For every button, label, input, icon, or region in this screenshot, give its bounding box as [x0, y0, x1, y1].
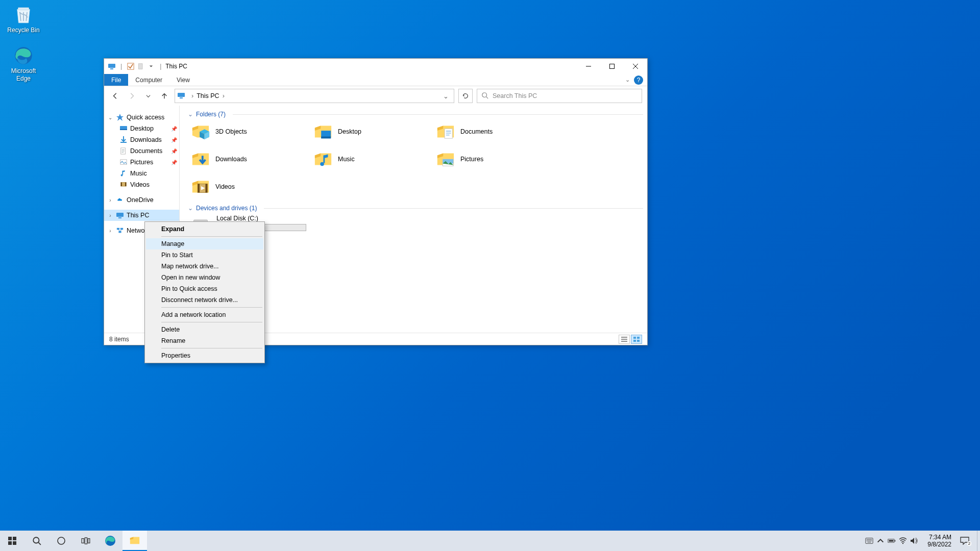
- expand-icon[interactable]: ›: [107, 213, 113, 218]
- ctx-pin-quick-access[interactable]: Pin to Quick access: [146, 283, 263, 294]
- 3d-objects-icon: [191, 122, 210, 141]
- group-header-drives[interactable]: ⌄ Devices and drives (1): [188, 205, 643, 212]
- this-pc-icon: [116, 211, 124, 219]
- desktop[interactable]: Recycle Bin Microsoft Edge |: [0, 0, 980, 551]
- search-input[interactable]: [493, 92, 638, 99]
- tab-view[interactable]: View: [169, 74, 197, 86]
- address-bar[interactable]: › This PC › ⌄: [175, 89, 454, 103]
- cortana-button[interactable]: [49, 531, 74, 551]
- titlebar[interactable]: | | This PC: [104, 59, 647, 74]
- folders-grid: 3D Objects Desktop Documents Downloads: [191, 121, 643, 197]
- context-menu: Expand Manage Pin to Start Map network d…: [144, 221, 265, 363]
- touch-keyboard-icon[interactable]: [865, 537, 873, 545]
- help-button[interactable]: ?: [634, 76, 643, 85]
- search-box[interactable]: [477, 89, 642, 103]
- wifi-icon[interactable]: [899, 537, 907, 545]
- back-button[interactable]: [109, 90, 121, 102]
- volume-icon[interactable]: [910, 537, 918, 545]
- ctx-disconnect-drive[interactable]: Disconnect network drive...: [146, 294, 263, 306]
- qat-dropdown-icon[interactable]: [146, 62, 156, 71]
- forward-button[interactable]: [126, 90, 138, 102]
- folder-documents[interactable]: Documents: [436, 121, 558, 142]
- nav-documents[interactable]: Documents 📌: [104, 145, 179, 157]
- network-icon: [116, 227, 124, 235]
- onedrive-icon: [116, 196, 124, 204]
- close-button[interactable]: [624, 59, 647, 74]
- svg-rect-39: [8, 537, 12, 540]
- folder-music[interactable]: Music: [313, 148, 436, 170]
- battery-icon[interactable]: [888, 537, 896, 545]
- tray-chevron-icon[interactable]: [876, 537, 885, 545]
- folder-videos[interactable]: Videos: [191, 176, 313, 197]
- properties-icon[interactable]: [136, 62, 145, 71]
- clock-date: 9/8/2022: [927, 541, 951, 548]
- svg-rect-41: [8, 541, 12, 545]
- chevron-down-icon: ⌄: [188, 205, 193, 212]
- chevron-right-icon[interactable]: ›: [220, 92, 227, 99]
- minimize-button[interactable]: [577, 59, 600, 74]
- separator: [161, 307, 262, 308]
- group-header-folders[interactable]: ⌄ Folders (7): [188, 111, 643, 118]
- pin-icon: 📌: [171, 148, 177, 154]
- navigation-bar: › This PC › ⌄: [104, 86, 647, 106]
- maximize-button[interactable]: [600, 59, 624, 74]
- address-dropdown-icon[interactable]: ⌄: [440, 92, 452, 100]
- pin-icon: 📌: [171, 126, 177, 132]
- search-button[interactable]: [24, 531, 49, 551]
- nav-pictures[interactable]: Pictures 📌: [104, 157, 179, 168]
- ctx-expand[interactable]: Expand: [146, 223, 263, 235]
- task-view-button[interactable]: [74, 531, 98, 551]
- desktop-icon-label: Microsoft Edge: [4, 67, 43, 82]
- ctx-manage[interactable]: Manage: [146, 238, 263, 249]
- nav-onedrive[interactable]: › OneDrive: [104, 194, 179, 206]
- svg-point-27: [320, 162, 324, 166]
- checkbox-icon[interactable]: [126, 62, 135, 71]
- ctx-rename[interactable]: Rename: [146, 335, 263, 346]
- separator: |: [160, 63, 161, 70]
- ribbon-expand-icon[interactable]: ⌄: [625, 77, 630, 83]
- nav-downloads[interactable]: Downloads 📌: [104, 134, 179, 145]
- folder-desktop[interactable]: Desktop: [313, 121, 436, 142]
- desktop-icon-recycle-bin[interactable]: Recycle Bin: [4, 4, 43, 34]
- folder-downloads[interactable]: Downloads: [191, 148, 313, 170]
- ctx-delete[interactable]: Delete: [146, 324, 263, 335]
- pictures-folder-icon: [436, 149, 455, 169]
- refresh-button[interactable]: [458, 89, 473, 103]
- desktop-icon-label: Recycle Bin: [7, 27, 39, 34]
- folder-3d-objects[interactable]: 3D Objects: [191, 121, 313, 142]
- nav-this-pc[interactable]: › This PC: [104, 210, 179, 221]
- collapse-icon[interactable]: ⌄: [107, 115, 113, 120]
- expand-icon[interactable]: ›: [107, 197, 113, 203]
- up-button[interactable]: [158, 90, 170, 102]
- svg-rect-2: [108, 64, 115, 68]
- start-button[interactable]: [0, 531, 24, 551]
- svg-rect-21: [117, 228, 119, 230]
- taskbar-clock[interactable]: 7:34 AM 9/8/2022: [922, 534, 957, 548]
- tab-computer[interactable]: Computer: [128, 74, 169, 86]
- ctx-add-network-location[interactable]: Add a network location: [146, 309, 263, 320]
- nav-desktop[interactable]: Desktop 📌: [104, 123, 179, 134]
- nav-quick-access[interactable]: ⌄ Quick access: [104, 112, 179, 123]
- desktop-icon-edge[interactable]: Microsoft Edge: [4, 45, 43, 82]
- tab-file[interactable]: File: [104, 74, 128, 86]
- folder-pictures[interactable]: Pictures: [436, 148, 558, 170]
- details-view-button[interactable]: [619, 335, 630, 344]
- ctx-open-new-window[interactable]: Open in new window: [146, 272, 263, 283]
- ctx-map-network-drive[interactable]: Map network drive...: [146, 261, 263, 272]
- search-icon: [481, 92, 488, 101]
- ctx-pin-to-start[interactable]: Pin to Start: [146, 249, 263, 261]
- expand-icon[interactable]: ›: [107, 228, 113, 234]
- nav-music[interactable]: Music: [104, 168, 179, 179]
- taskbar-file-explorer[interactable]: [122, 531, 147, 551]
- nav-videos[interactable]: Videos: [104, 179, 179, 190]
- breadcrumb-this-pc[interactable]: This PC: [195, 92, 220, 99]
- chevron-right-icon[interactable]: ›: [189, 92, 195, 99]
- action-center-button[interactable]: 2: [957, 531, 977, 551]
- ctx-properties[interactable]: Properties: [146, 350, 263, 361]
- tiles-view-button[interactable]: [631, 335, 642, 344]
- svg-rect-18: [125, 183, 126, 187]
- recent-locations-button[interactable]: [142, 90, 154, 102]
- taskbar-edge[interactable]: [98, 531, 122, 551]
- show-desktop-button[interactable]: [977, 531, 980, 551]
- this-pc-icon: [177, 91, 186, 101]
